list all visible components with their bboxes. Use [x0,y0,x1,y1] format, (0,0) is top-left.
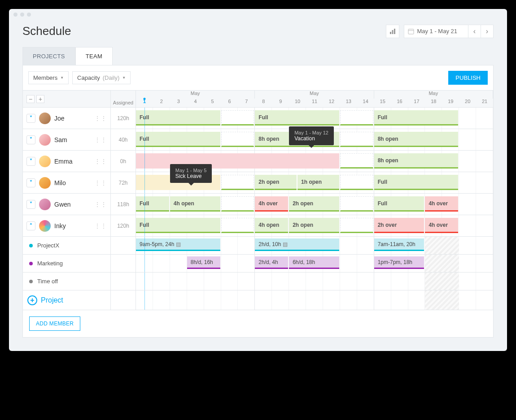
day-header-10: 10 [289,99,306,108]
schedule-block[interactable]: Full [374,175,459,190]
expand-toggle[interactable]: ˅ [26,178,35,187]
drag-handle-icon[interactable]: ⋮⋮ [94,160,107,163]
block-label: 9am-5pm, 24h [140,241,174,247]
day-header-8: 8 [255,99,272,108]
schedule-block[interactable]: 4h open [170,196,220,212]
schedule-block[interactable]: 1h open [297,175,339,190]
day-header-17: 17 [408,99,425,108]
schedule-block[interactable]: 4h over [425,196,458,212]
add-project-label: Project [41,296,63,304]
svg-rect-0 [390,32,391,34]
block-label: 6h/d, 18h [293,259,315,265]
note-icon: ▤ [283,241,288,247]
schedule-block[interactable]: Full [255,110,339,126]
schedule-block[interactable]: 6h/d, 18h [289,256,339,269]
schedule-block[interactable]: Full [374,196,424,212]
drag-handle-icon[interactable]: ⋮⋮ [94,139,107,141]
add-member-button[interactable]: ADD MEMBER [29,316,80,331]
block-label: 4h open [174,200,194,207]
project-name: Marketing [37,260,63,267]
drag-handle-icon[interactable]: ⋮⋮ [94,203,107,206]
drag-handle-icon[interactable]: ⋮⋮ [94,117,107,120]
ghost-block [340,196,373,212]
schedule-block[interactable]: 2h open [255,175,297,190]
svg-rect-2 [394,29,395,34]
block-label: 1h open [301,179,322,185]
ghost-block [340,110,373,126]
schedule-block[interactable]: 2h over [374,218,424,233]
avatar [39,156,51,167]
schedule-block[interactable]: 2h open [289,196,339,212]
zoom-in-button[interactable]: + [36,95,44,103]
schedule-block[interactable]: 2h/d, 10h ▤ [255,238,339,251]
schedule-block[interactable]: Full [136,132,220,147]
day-header-18: 18 [425,99,442,108]
date-range-picker[interactable]: May 1 - May 21 ‹ › [404,25,494,38]
tab-team[interactable]: TEAM [75,47,113,65]
schedule-block[interactable]: 4h open [255,218,288,233]
block-label: 7am-11am, 20h [378,241,415,247]
next-range-button[interactable]: › [481,25,493,38]
block-label: Full [258,114,268,121]
schedule-block[interactable]: 2h/d, 4h [255,256,288,269]
block-label: 8h open [258,136,279,142]
zoom-out-button[interactable]: − [26,95,35,103]
expand-toggle[interactable]: ˅ [26,135,35,144]
traffic-light-close[interactable] [13,13,17,17]
project-name: Time off [37,278,58,285]
schedule-block[interactable]: 8h/d, 16h [187,256,220,269]
traffic-light-minimize[interactable] [20,13,24,17]
ghost-block [221,196,254,212]
schedule-block[interactable]: Full [374,110,459,126]
schedule-block[interactable]: Full [136,110,220,126]
expand-toggle[interactable]: ˅ [26,200,35,209]
assigned-hours: 72h [111,172,136,193]
schedule-block[interactable]: 4h over [255,196,288,212]
tab-projects[interactable]: PROJECTS [22,47,75,65]
day-header-16: 16 [391,99,408,108]
traffic-light-zoom[interactable] [27,13,31,17]
ghost-block [340,132,373,147]
month-label: May [136,91,255,99]
tooltip-range: May 1 - May 12 [294,130,328,135]
project-name: ProjectX [37,242,59,249]
schedule-block[interactable]: 8h open [374,132,459,147]
schedule-block[interactable]: 8h open [374,153,459,169]
capacity-dropdown[interactable]: Capacity (Daily) ▼ [72,71,131,84]
block-label: 2h/d, 10h [258,241,281,247]
drag-handle-icon[interactable]: ⋮⋮ [94,225,107,227]
block-label: Full [140,136,149,142]
block-label: 2h open [258,179,279,185]
svg-rect-1 [392,30,394,34]
schedule-block[interactable]: 1pm-7pm, 18h [374,256,424,269]
chart-view-button[interactable] [386,25,399,38]
schedule-block[interactable]: 7am-11am, 20h [374,238,424,251]
tooltip-text: Sick Leave [175,173,207,179]
expand-toggle[interactable]: ˄ [26,221,35,230]
block-label: 4h over [429,222,448,228]
add-project-button[interactable]: +Project [23,290,111,310]
time-off-hatch [425,237,459,254]
schedule-block[interactable]: 9am-5pm, 24h ▤ [136,238,220,251]
avatar [39,134,51,146]
block-label: 4h open [258,222,279,228]
block-label: 2h open [293,200,313,207]
members-dropdown[interactable]: Members ▼ [28,71,69,84]
publish-button[interactable]: PUBLISH [448,71,488,85]
avatar [39,220,51,232]
expand-toggle[interactable]: ˅ [26,114,35,123]
schedule-block[interactable]: 2h open [289,218,339,233]
tooltip-text: Vacation [294,135,328,142]
day-header-9: 9 [272,99,289,108]
drag-handle-icon[interactable]: ⋮⋮ [94,182,107,184]
schedule-block[interactable] [136,153,339,169]
ghost-block [340,153,373,169]
schedule-block[interactable]: Full [136,218,220,233]
project-color-dot [29,244,33,247]
day-header-21: 21 [476,99,493,108]
schedule-block[interactable]: Full [136,196,169,212]
prev-range-button[interactable]: ‹ [468,25,481,38]
schedule-block[interactable]: 4h over [425,218,458,233]
expand-toggle[interactable]: ˅ [26,157,35,166]
avatar [39,113,51,124]
